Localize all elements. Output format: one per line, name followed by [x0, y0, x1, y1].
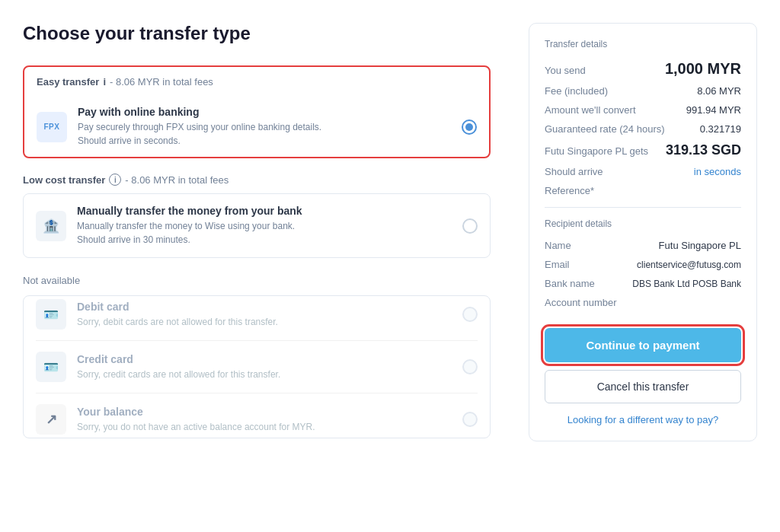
- recipient-details-title: Recipient details: [545, 218, 741, 229]
- arrive-row: Should arrive in seconds: [545, 166, 741, 177]
- debit-card-option: 🪪 Debit card Sorry, debit cards are not …: [36, 299, 478, 341]
- fee-label: Fee (included): [545, 85, 608, 97]
- debit-card-icon: 🪪: [36, 299, 66, 330]
- convert-label: Amount we'll convert: [545, 104, 636, 116]
- recipient-email-value: clientservice@futusg.com: [637, 260, 741, 270]
- account-number-label: Account number: [545, 297, 617, 308]
- reference-row: Reference*: [545, 185, 741, 196]
- debit-card-content: Debit card Sorry, debit cards are not al…: [77, 301, 452, 329]
- easy-transfer-section: Easy transfer i - 8.06 MYR in total fees…: [23, 65, 491, 158]
- debit-card-radio: [462, 307, 478, 322]
- recipient-email-row: Email clientservice@futusg.com: [545, 259, 741, 270]
- low-cost-fee: - 8.06 MYR in total fees: [125, 174, 229, 186]
- fpx-icon: FPX: [37, 112, 67, 142]
- fpx-option-desc: Pay securely through FPX using your onli…: [78, 120, 451, 148]
- bank-option-title: Manually transfer the money from your ba…: [77, 205, 452, 217]
- convert-row: Amount we'll convert 991.94 MYR: [545, 104, 741, 116]
- transfer-details-title: Transfer details: [545, 39, 741, 49]
- arrive-label: Should arrive: [545, 166, 603, 177]
- other-pay-link[interactable]: Looking for a different way to pay?: [545, 414, 741, 425]
- recipient-gets-value: 319.13 SGD: [666, 142, 741, 158]
- recipient-name-value: Futu Singapore PL: [659, 240, 741, 251]
- low-cost-info-icon[interactable]: i: [109, 174, 121, 186]
- bank-option-content: Manually transfer the money from your ba…: [77, 205, 452, 247]
- bank-name-label: Bank name: [545, 278, 595, 289]
- bank-transfer-option[interactable]: 🏦 Manually transfer the money from your …: [23, 193, 491, 258]
- recipient-gets-row: Futu Singapore PL gets 319.13 SGD: [545, 142, 741, 158]
- continue-button[interactable]: Continue to payment: [545, 328, 741, 362]
- fpx-option-content: Pay with online banking Pay securely thr…: [78, 106, 451, 148]
- recipient-name-label: Name: [545, 240, 571, 251]
- you-send-row: You send 1,000 MYR: [545, 60, 741, 78]
- balance-title: Your balance: [77, 406, 452, 418]
- low-cost-label: Low cost transfer i - 8.06 MYR in total …: [23, 174, 491, 186]
- reference-label: Reference*: [545, 185, 594, 196]
- you-send-value: 1,000 MYR: [665, 60, 741, 78]
- bank-name-row: Bank name DBS Bank Ltd POSB Bank: [545, 278, 741, 289]
- bank-name-value: DBS Bank Ltd POSB Bank: [632, 279, 741, 289]
- balance-desc: Sorry, you do not have an active balance…: [77, 420, 452, 434]
- fpx-option[interactable]: FPX Pay with online banking Pay securely…: [37, 95, 477, 148]
- fpx-option-title: Pay with online banking: [78, 106, 451, 118]
- bank-radio[interactable]: [462, 218, 478, 234]
- recipient-name-row: Name Futu Singapore PL: [545, 240, 741, 251]
- debit-card-desc: Sorry, debit cards are not allowed for t…: [77, 315, 452, 329]
- left-panel: Choose your transfer type Easy transfer …: [23, 23, 506, 509]
- not-available-section: Not available 🪪 Debit card Sorry, debit …: [23, 275, 491, 438]
- credit-card-icon: 🪪: [36, 352, 66, 382]
- balance-icon: ↗: [36, 404, 66, 435]
- details-card: Transfer details You send 1,000 MYR Fee …: [529, 23, 757, 441]
- convert-value: 991.94 MYR: [686, 104, 741, 116]
- bank-option-desc: Manually transfer the money to Wise usin…: [77, 219, 452, 247]
- rate-value: 0.321719: [700, 123, 741, 135]
- credit-card-title: Credit card: [77, 353, 452, 365]
- fee-row: Fee (included) 8.06 MYR: [545, 85, 741, 97]
- credit-card-option: 🪪 Credit card Sorry, credit cards are no…: [36, 341, 478, 393]
- right-panel: Transfer details You send 1,000 MYR Fee …: [529, 23, 757, 509]
- balance-option: ↗ Your balance Sorry, you do not have an…: [36, 393, 478, 435]
- debit-card-title: Debit card: [77, 301, 452, 313]
- low-cost-transfer-section: Low cost transfer i - 8.06 MYR in total …: [23, 174, 491, 258]
- rate-label: Guaranteed rate (24 hours): [545, 123, 665, 135]
- not-available-card: 🪪 Debit card Sorry, debit cards are not …: [23, 295, 491, 438]
- rate-row: Guaranteed rate (24 hours) 0.321719: [545, 123, 741, 135]
- fpx-radio[interactable]: [462, 119, 477, 135]
- cancel-button[interactable]: Cancel this transfer: [545, 370, 741, 403]
- balance-content: Your balance Sorry, you do not have an a…: [77, 406, 452, 434]
- bank-icon: 🏦: [36, 211, 66, 241]
- not-available-label: Not available: [23, 275, 491, 286]
- easy-transfer-fee: - 8.06 MYR in total fees: [110, 76, 213, 88]
- page-title: Choose your transfer type: [23, 23, 491, 44]
- you-send-label: You send: [545, 65, 586, 76]
- credit-card-desc: Sorry, credit cards are not allowed for …: [77, 368, 452, 381]
- account-number-row: Account number: [545, 297, 741, 308]
- divider: [545, 207, 741, 208]
- easy-transfer-label: Easy transfer i - 8.06 MYR in total fees: [37, 76, 477, 88]
- bank-transfer-inner: 🏦 Manually transfer the money from your …: [36, 205, 478, 247]
- recipient-gets-label: Futu Singapore PL gets: [545, 145, 648, 157]
- fee-value: 8.06 MYR: [697, 85, 741, 97]
- arrive-value: in seconds: [694, 166, 741, 177]
- credit-card-content: Credit card Sorry, credit cards are not …: [77, 353, 452, 381]
- recipient-email-label: Email: [545, 259, 570, 270]
- credit-card-radio: [462, 359, 478, 374]
- easy-transfer-info-icon[interactable]: i: [103, 76, 106, 88]
- balance-radio: [462, 412, 478, 427]
